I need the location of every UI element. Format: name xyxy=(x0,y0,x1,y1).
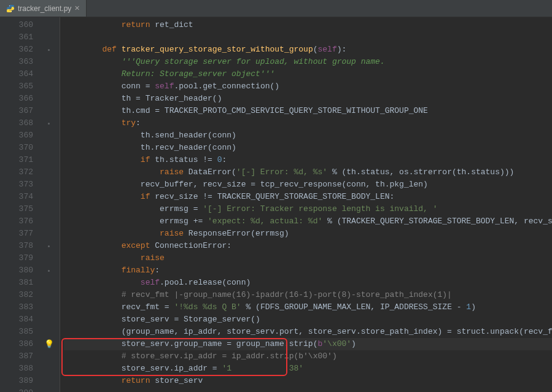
line-number: 378 xyxy=(0,240,38,252)
code-line[interactable]: errmsg += 'expect: %d, actual: %d' % (TR… xyxy=(64,215,552,228)
code-line[interactable]: if recv_size != TRACKER_QUERY_STORAGE_ST… xyxy=(64,191,552,203)
python-file-icon xyxy=(6,4,15,13)
code-line[interactable]: store_serv.ip_addr = '1 38' xyxy=(64,363,552,375)
code-line[interactable]: (group_name, ip_addr, store_serv.port, s… xyxy=(64,326,552,338)
file-tab-label: tracker_client.py xyxy=(18,4,71,13)
line-number: 364 xyxy=(0,68,38,80)
line-number: 389 xyxy=(0,375,38,387)
line-number: 377 xyxy=(0,228,38,240)
code-line[interactable]: try: xyxy=(64,117,552,129)
code-line[interactable]: Return: Storage_server object''' xyxy=(64,68,552,80)
close-icon[interactable]: ✕ xyxy=(74,4,80,12)
code-line[interactable]: th.recv_header(conn) xyxy=(64,142,552,154)
line-number: 383 xyxy=(0,301,38,313)
line-number: 384 xyxy=(0,313,38,326)
line-number: 369 xyxy=(0,129,38,142)
code-line[interactable]: th.cmd = TRACKER_PROTO_CMD_SERVICE_QUERY… xyxy=(64,105,552,117)
line-number: 361 xyxy=(0,31,38,44)
line-number: 367 xyxy=(0,105,38,117)
code-line[interactable]: if th.status != 0: xyxy=(64,154,552,166)
line-number: 390 xyxy=(0,387,38,392)
svg-point-0 xyxy=(9,5,10,6)
line-number: 388 xyxy=(0,363,38,375)
line-number: 366 xyxy=(0,93,38,105)
intention-bulb-icon[interactable]: 💡 xyxy=(44,339,54,349)
line-number: 385 xyxy=(0,326,38,338)
line-number: 382 xyxy=(0,289,38,301)
code-editor[interactable]: 360 361 362 363 364 365 366 367 368 369 … xyxy=(0,17,552,392)
fold-marker-icon[interactable] xyxy=(48,245,50,247)
code-line[interactable]: raise DataError('[-] Error: %d, %s' % (t… xyxy=(64,166,552,179)
line-number: 368 xyxy=(0,117,38,129)
code-line[interactable]: '''Query storage server for upload, with… xyxy=(64,56,552,68)
line-number-gutter: 360 361 362 363 364 365 366 367 368 369 … xyxy=(0,17,38,392)
line-number: 363 xyxy=(0,56,38,68)
code-line[interactable]: finally: xyxy=(64,264,552,277)
svg-point-1 xyxy=(11,10,12,11)
gutter-markers: 💡 xyxy=(38,17,60,392)
line-number: 371 xyxy=(0,154,38,166)
fold-marker-icon[interactable] xyxy=(48,123,50,125)
fold-marker-icon[interactable] xyxy=(48,270,50,272)
line-number: 365 xyxy=(0,80,38,93)
fold-marker-icon[interactable] xyxy=(48,49,50,51)
code-line[interactable]: th = Tracker_header() xyxy=(64,93,552,105)
line-number: 379 xyxy=(0,252,38,264)
line-number: 374 xyxy=(0,191,38,203)
line-number: 362 xyxy=(0,44,38,56)
code-line[interactable]: recv_buffer, recv_size = tcp_recv_respon… xyxy=(64,179,552,191)
code-line[interactable]: return store_serv xyxy=(64,375,552,387)
line-number: 381 xyxy=(0,277,38,289)
code-line[interactable]: th.send_header(conn) xyxy=(64,129,552,142)
code-line[interactable]: store_serv.group_name = group_name.strip… xyxy=(64,338,552,350)
line-number: 376 xyxy=(0,215,38,228)
code-line[interactable]: raise ResponseError(errmsg) xyxy=(64,228,552,240)
line-number: 380 xyxy=(0,264,38,277)
file-tab[interactable]: tracker_client.py ✕ xyxy=(0,0,87,17)
code-line[interactable]: conn = self.pool.get_connection() xyxy=(64,80,552,93)
line-number: 386 xyxy=(0,338,38,350)
code-line[interactable]: errmsg = '[-] Error: Tracker response le… xyxy=(64,203,552,215)
line-number: 375 xyxy=(0,203,38,215)
code-line[interactable]: # store_serv.ip_addr = ip_addr.strip(b'\… xyxy=(64,350,552,363)
line-number: 360 xyxy=(0,19,38,31)
code-line[interactable]: raise xyxy=(64,252,552,264)
code-line[interactable] xyxy=(64,387,552,392)
line-number: 370 xyxy=(0,142,38,154)
line-number: 373 xyxy=(0,179,38,191)
line-number: 372 xyxy=(0,166,38,179)
code-line[interactable]: return ret_dict xyxy=(64,19,552,31)
code-line[interactable]: # recv_fmt |-group_name(16)-ipaddr(16-1)… xyxy=(64,289,552,301)
code-line[interactable]: except ConnectionError: xyxy=(64,240,552,252)
line-number: 387 xyxy=(0,350,38,363)
code-line[interactable]: recv_fmt = '!%ds %ds Q B' % (FDFS_GROUP_… xyxy=(64,301,552,313)
code-line[interactable]: store_serv = Storage_server() xyxy=(64,313,552,326)
code-line[interactable] xyxy=(64,31,552,44)
code-line[interactable]: def tracker_query_storage_stor_without_g… xyxy=(64,44,552,56)
tab-bar: tracker_client.py ✕ xyxy=(0,0,552,17)
code-area[interactable]: return ret_dict def tracker_query_storag… xyxy=(60,17,552,392)
code-line[interactable]: self.pool.release(conn) xyxy=(64,277,552,289)
